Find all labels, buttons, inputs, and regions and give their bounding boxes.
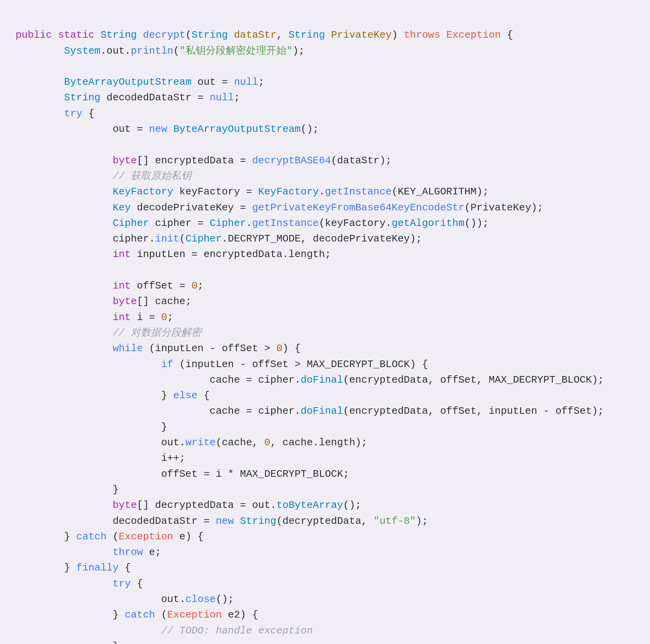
line-22: if (inputLen - offSet > MAX_DECRYPT_BLOC…: [16, 359, 428, 370]
line-25: cache = cipher.doFinal(encryptedData, of…: [16, 405, 604, 417]
line-9: byte[] encryptedData = decryptBASE64(dat…: [16, 155, 391, 166]
line-13: Cipher cipher = Cipher.getInstance(keyFa…: [16, 217, 489, 229]
line-26: }: [16, 421, 167, 433]
line-5: String decodedDataStr = null;: [16, 92, 240, 103]
line-36: try {: [16, 578, 143, 590]
line-10: // 获取原始私钥: [16, 170, 191, 182]
line-24: } else {: [16, 390, 210, 401]
line-18: byte[] cache;: [16, 296, 192, 307]
line-39: // TODO: handle exception: [16, 625, 313, 637]
line-33: } catch (Exception e) {: [16, 531, 204, 542]
line-35: } finally {: [16, 562, 131, 574]
line-19: int i = 0;: [16, 312, 173, 323]
line-37: out.close();: [16, 593, 234, 605]
line-34: throw e;: [16, 546, 161, 558]
line-31: byte[] decryptedData = out.toByteArray()…: [16, 499, 361, 511]
line-17: int offSet = 0;: [16, 280, 204, 292]
line-6: try {: [16, 108, 94, 119]
line-20: // 对数据分段解密: [16, 327, 201, 339]
line-4: ByteArrayOutputStream out = null;: [16, 76, 264, 88]
line-2: System.out.println("私钥分段解密处理开始");: [16, 45, 305, 57]
line-29: offSet = i * MAX_DECRYPT_BLOCK;: [16, 468, 349, 480]
line-23: cache = cipher.doFinal(encryptedData, of…: [16, 374, 604, 386]
line-38: } catch (Exception e2) {: [16, 609, 258, 621]
line-27: out.write(cache, 0, cache.length);: [16, 437, 367, 448]
line-15: int inputLen = encryptedData.length;: [16, 248, 331, 260]
code-container: public static String decrypt(String data…: [16, 12, 634, 644]
line-21: while (inputLen - offSet > 0) {: [16, 343, 301, 354]
line-7: out = new ByteArrayOutputStream();: [16, 123, 319, 135]
line-1: public static String decrypt(String data…: [16, 29, 513, 41]
line-28: i++;: [16, 452, 185, 464]
line-11: KeyFactory keyFactory = KeyFactory.getIn…: [16, 186, 489, 198]
line-12: Key decodePrivateKey = getPrivateKeyFrom…: [16, 202, 543, 214]
line-30: }: [16, 484, 119, 495]
line-32: decodedDataStr = new String(decryptedDat…: [16, 515, 428, 527]
line-40: }: [16, 640, 119, 644]
line-14: cipher.init(Cipher.DECRYPT_MODE, decodeP…: [16, 233, 422, 245]
